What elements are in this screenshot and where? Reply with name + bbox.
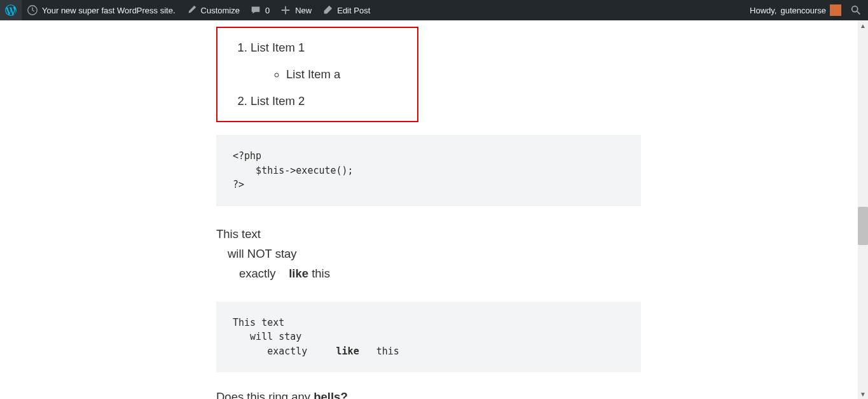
para-line3a: exactly [239,267,276,280]
paintbrush-icon [186,4,197,16]
para-line3: exactly like this [216,263,641,283]
plus-icon [280,4,291,16]
site-name-label: Your new super fast WordPress site. [42,6,176,15]
wp-admin-bar: Your new super fast WordPress site. Cust… [0,0,868,20]
wordpress-logo-icon [5,4,17,16]
content-inner: List Item 1 List Item a List Item 2 <?ph… [216,20,641,399]
edit-post-menu[interactable]: Edit Post [317,0,375,20]
para-line3b-bold: like [289,267,308,280]
admin-bar-right: Howdy, gutencourse [745,0,865,20]
scroll-up-arrow-icon[interactable]: ▲ [858,20,868,31]
pre-prefix: This text will stay exactly [233,317,336,357]
new-label: New [295,6,312,15]
list-item-text: List Item a [286,67,340,81]
preformatted-block: This text will stay exactly like this [216,302,641,373]
wp-logo-menu[interactable] [0,0,22,20]
svg-point-1 [852,6,858,12]
edit-post-label: Edit Post [337,6,370,15]
my-account-menu[interactable]: Howdy, gutencourse [745,0,846,20]
pre-bold: like [336,346,359,357]
collapsing-whitespace-paragraph: This text will NOT stay exactly like thi… [216,224,641,284]
bells-bold: bells? [313,390,347,399]
list-item-text: List Item 1 [251,41,305,54]
bells-paragraph: Does this ring any bells? [216,390,641,399]
pencil-icon [322,4,333,16]
customize-menu[interactable]: Customize [181,0,245,20]
nested-list: List Item a [251,67,398,81]
comments-menu[interactable]: 0 [245,0,275,20]
username: gutencourse [780,6,826,15]
new-content-menu[interactable]: New [275,0,317,20]
search-toggle[interactable] [846,0,865,20]
para-line2: will NOT stay [216,244,641,263]
search-icon [850,4,862,16]
admin-bar-left: Your new super fast WordPress site. Cust… [0,0,375,20]
howdy-prefix: Howdy, [750,6,776,15]
list-item: List Item 2 [251,94,398,108]
pre-suffix: this [359,346,399,357]
dashboard-icon [27,4,38,16]
comment-icon [250,4,261,16]
ordered-list: List Item 1 List Item a List Item 2 [237,41,398,108]
page-content: List Item 1 List Item a List Item 2 <?ph… [0,20,858,399]
highlighted-list-box: List Item 1 List Item a List Item 2 [216,27,418,122]
list-item: List Item 1 List Item a [251,41,398,81]
comments-count: 0 [265,6,270,15]
code-block: <?php $this->execute(); ?> [216,135,641,206]
avatar [830,4,841,16]
list-item: List Item a [286,67,398,81]
para-line1: This text [216,227,261,241]
customize-label: Customize [201,6,240,15]
vertical-scrollbar-thumb[interactable] [858,207,868,245]
list-item-text: List Item 2 [251,94,305,108]
scroll-down-arrow-icon[interactable]: ▼ [858,389,868,399]
site-name-menu[interactable]: Your new super fast WordPress site. [22,0,181,20]
para-line3c: this [308,267,330,280]
bells-prefix: Does this ring any [216,390,313,399]
